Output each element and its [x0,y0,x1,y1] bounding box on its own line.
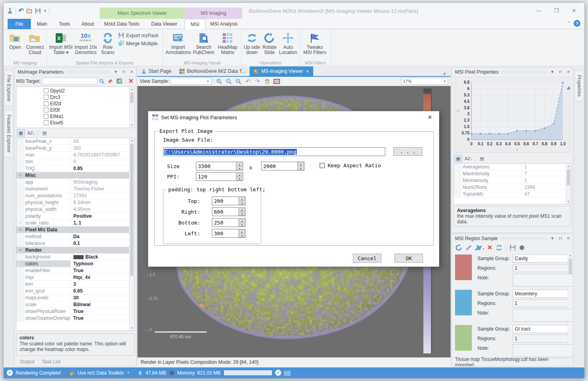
minimize-button[interactable]: — [531,5,547,16]
checkbox[interactable] [44,88,48,93]
sidebar-tab-features-explorer[interactable]: Features Explorer [4,110,13,157]
sort-az-icon[interactable]: AZ↓ [27,129,35,136]
resize-grip[interactable]: .: [444,360,447,365]
property-category[interactable]: ▾Pixel M/z Data [16,227,129,233]
property-row[interactable]: mapLevels30 [16,295,129,301]
spin-up-icon[interactable]: ▲ [237,173,242,176]
rotate-slide-button[interactable]: Rotate Slide [261,30,278,55]
tab-main[interactable]: Main [31,19,53,29]
tab-tools[interactable]: Tools [53,19,76,29]
export-mzpack-button[interactable]: Export mzPack [118,32,159,38]
property-row[interactable]: enableFilterTrue [16,267,129,274]
property-row[interactable]: methodDa [16,233,129,240]
list-item[interactable]: Drc3 [44,94,134,100]
checkbox[interactable] [44,114,48,119]
property-category[interactable]: ▾Misc [16,172,129,179]
spin-up-icon[interactable]: ▲ [237,162,242,166]
property-row[interactable]: knn3 [16,281,129,288]
sidebar-tab-file-explorer[interactable]: File Explorer [4,70,13,106]
grid-scrollbar[interactable]: ▲▼ [129,138,134,331]
close-button[interactable]: ✕ [566,5,582,16]
polygon-select-icon[interactable]: ▼ [475,245,484,251]
ok-button[interactable]: OK [395,254,423,263]
window-position-icon[interactable]: ▼ [550,70,555,74]
property-row[interactable]: basePeak_y281 [16,145,129,152]
pad-right-spinner[interactable]: 600 ▲▼ [212,207,246,216]
pad-left-spinner[interactable]: 300 ▲▼ [212,229,246,238]
property-row[interactable]: TrIQ0.85 [16,165,129,172]
property-row[interactable]: MaxIntensity7 [454,170,566,177]
close-panel-icon[interactable]: ✕ [566,70,571,74]
resize-grip[interactable]: .: [566,360,570,365]
open-recent-icon[interactable] [26,8,32,14]
property-pages-icon[interactable]: ▤ [40,129,48,136]
save-regions-icon[interactable] [509,245,516,251]
dialog-close-icon[interactable]: ✕ [425,114,435,120]
refresh-icon[interactable] [455,244,462,251]
property-row[interactable]: scaleBilinear [16,301,129,308]
region-scrollbar[interactable]: ▲▼ [568,253,573,358]
regions-input[interactable] [513,264,573,272]
spin-down-icon[interactable]: ▼ [239,201,245,205]
checkbox[interactable] [44,95,48,100]
connect-cloud-button[interactable]: Connect Cloud [25,30,45,55]
zoom-out-icon[interactable] [225,78,233,85]
tasks-link[interactable]: 0/0 [284,370,291,376]
heatmap-matrix-button[interactable]: HeatMap Matrix [215,30,240,55]
close-panel-icon[interactable]: ✕ [129,70,135,74]
regions-input[interactable] [513,335,573,343]
keep-aspect-ratio-checkbox[interactable]: Keep Aspect Ratio [320,162,381,168]
checkbox[interactable] [320,163,325,168]
edit-region-icon[interactable] [465,245,472,251]
undo-view-icon[interactable]: ↶ [244,78,252,85]
note-textarea[interactable]: ∧∨ [513,344,573,357]
excel-export-icon[interactable]: X [117,78,124,84]
spin-down-icon[interactable]: ▼ [239,223,245,227]
tab-task-list[interactable]: Task List [42,359,60,365]
property-row[interactable]: physical_height6.34mm [16,199,129,206]
spin-up-icon[interactable]: ▲ [239,197,245,201]
pad-top-spinner[interactable]: 200 ▲▼ [212,197,246,205]
doc-tab-start-page[interactable]: Start Page [137,66,175,76]
ppi-spinner[interactable]: 120 ▲▼ [196,172,243,181]
tab-about[interactable]: About [76,19,100,29]
list-item[interactable]: Eif2d [44,100,134,107]
spin-up-icon[interactable]: ▲ [239,219,245,223]
property-row[interactable]: knn_qcut0.65 [16,288,129,295]
property-row[interactable]: backgroundBlack [16,254,129,261]
spin-down-icon[interactable]: ▼ [298,166,304,170]
property-row[interactable]: polarityPositive [16,213,129,220]
size-width-spinner[interactable]: 3300 ▲▼ [196,162,243,170]
tab-list-dropdown-icon[interactable]: ▼ [439,72,451,76]
auto-location-button[interactable]: Auto Location [278,30,298,55]
pin-icon[interactable]: ⊓ [558,236,563,241]
snapshot-icon[interactable] [273,78,281,85]
window-position-icon[interactable]: ▼ [113,70,119,74]
property-row[interactable]: HqxHqx_4x [16,274,129,281]
list-item[interactable]: Dpysl2 [44,88,134,94]
tab-mzkit-data-tools[interactable]: Mzkit Data Tools [100,19,144,29]
import-msi-table-button[interactable]: X Import MSI Table ▾ [48,30,73,55]
property-row[interactable]: basePeak_x43 [16,138,129,145]
property-row[interactable]: tolerance0.1 [16,240,129,247]
tab-file[interactable]: File [8,19,31,29]
property-row[interactable]: NumOfIons2394 [454,184,566,191]
checkbox[interactable] [44,120,48,125]
spin-up-icon[interactable]: ▲ [239,208,245,212]
sync-regions-icon[interactable] [495,245,503,251]
pin-icon[interactable]: ⊓ [558,70,563,74]
msi-target-input[interactable] [42,78,97,85]
clear-icon[interactable]: ✕ [127,77,135,85]
browse-button[interactable]: . . . [393,147,422,156]
upside-down-button[interactable]: Up side down [243,30,261,55]
qat-dropdown-icon[interactable]: ▼ [43,9,46,13]
window-position-icon[interactable]: ▼ [550,236,555,241]
collapse-ribbon-icon[interactable]: ⌃ [567,21,570,26]
checkbox[interactable] [44,101,48,106]
size-height-spinner[interactable]: 2000 ▲▼ [261,162,304,170]
tab-output[interactable]: Output [20,359,34,365]
list-item[interactable]: Elovl5 [44,120,134,126]
property-row[interactable]: showPhysicalRulerTrue [16,308,129,315]
property-row[interactable]: colorsTyphoon [16,261,129,267]
redo-view-icon[interactable]: ↷ [254,78,262,85]
